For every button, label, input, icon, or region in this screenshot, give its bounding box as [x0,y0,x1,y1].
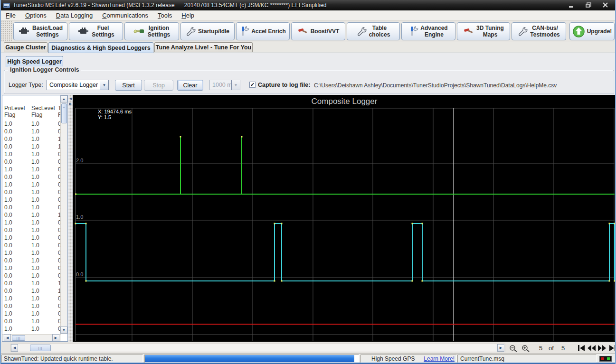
wrench-icon [186,26,196,37]
rewind-icon[interactable] [587,344,597,352]
table-row: 0.01.00 [4,257,61,264]
clear-button[interactable]: Clear [177,80,203,91]
table-row: 0.01.00 [4,128,61,135]
toolbar-button-fuel-settings[interactable]: FuelSettings [69,22,123,40]
table-horizontal-scrollbar[interactable]: ◀ ||| ▶ [2,334,61,341]
table-vertical-scrollbar[interactable]: ▲ ≡ ▼ [60,95,67,334]
table-row: 1.01.00 [4,219,61,226]
stop-button[interactable]: Stop [144,80,173,91]
capture-label: Capture to log file: [258,82,310,88]
toolbar-button-upgrade[interactable]: Upgrade! [569,22,615,40]
toolbar-button-label: Startup/Idle [198,28,229,35]
menu-data-logging[interactable]: Data Logging [51,11,97,20]
toolbar-button-boost-vvt[interactable]: Boost/VVT [291,22,345,40]
toolbar-button-label: CAN-bus/Testmodes [530,25,559,38]
zoom-in-icon[interactable] [521,344,531,353]
gps-label: High Speed GPS [371,355,415,362]
composite-logger-chart[interactable]: 2.01.00.0Composite LoggerX: 19474.6 msY:… [73,95,616,342]
table-row: 1.01.00 [4,295,61,302]
menu-tools[interactable]: Tools [153,11,177,20]
scroll-down-icon[interactable]: ▼ [60,327,67,334]
logger-type-value: Composite Logger [47,80,100,90]
scroll-up-icon[interactable]: ▲ [60,95,67,103]
table-row: 0.01.00 [4,302,61,310]
title-bar[interactable]: TunerStudio MS Lite! v2.6.19 - ShawnTune… [0,0,616,10]
toolbar-button-startup-idle[interactable]: Startup/Idle [180,22,235,40]
interval-value: 1000 ms [210,80,231,90]
chart-scroll-left-icon[interactable]: ◀ [11,344,18,352]
table-row: 1.01.00 [4,181,61,188]
table-column-header: PriLevelFlag [4,105,31,118]
status-bar: ShawnTuned: Updated quick runtime table.… [0,353,616,364]
table-row: 1.01.00 [4,196,61,204]
toolbar-button-table-choices[interactable]: Tablechoices [347,22,400,40]
table-row: 1.01.00 [4,310,61,317]
table-row: 0.01.01 [4,280,61,287]
h-scroll-thumb[interactable]: ||| [12,335,25,341]
menu-options[interactable]: Options [20,11,51,20]
table-row: 0.01.01 [4,135,61,143]
toolbar-button-accel-enrich[interactable]: Accel Enrich [236,22,290,40]
menu-bar: FileOptionsData LoggingCommunicationsToo… [1,10,615,21]
chevron-down-icon[interactable]: ▼ [100,80,108,90]
table-row: 0.01.01 [4,211,61,219]
group-title: Ignition Logger Controls [8,66,81,73]
table-row: 1.01.00 [4,264,61,272]
page-current: 5 [539,345,542,352]
scroll-left-icon[interactable]: ◀ [4,334,11,341]
content-panel: High Speed Logger Ignition Logger Contro… [1,53,615,353]
menu-file[interactable]: File [1,11,20,20]
toolbar-button-label: Tablechoices [369,25,390,38]
close-button[interactable] [599,1,612,9]
table-row: 0.01.00 [4,158,61,166]
svg-text:1.0: 1.0 [76,214,83,220]
chart-horizontal-scrollbar[interactable]: ◀ ||| ▶ [10,344,505,352]
start-button[interactable]: Start [115,80,142,91]
tab-high-speed-logger[interactable]: High Speed Logger [6,56,63,67]
capture-path: C:\Users\Deishawn Ashley\Documents\Tuner… [314,82,557,89]
collapse-left-icon[interactable]: ◀ [68,97,73,101]
fast-forward-icon[interactable] [597,344,607,352]
tab-gauge-cluster[interactable]: Gauge Cluster [4,42,47,52]
tools-icon [240,26,249,37]
split-pane-divider[interactable]: ◀ ▶ [68,95,73,342]
toolbar-button-can-bus-testmodes[interactable]: CAN-bus/Testmodes [512,22,566,40]
restore-button[interactable] [582,1,595,9]
table-row: 0.01.00 [4,317,61,325]
tab-diagnostics-high-speed-loggers[interactable]: Diagnostics & High Speed Loggers [48,42,153,53]
capture-checkbox[interactable]: ✓ [249,82,256,88]
table-row: 1.01.00 [4,166,61,173]
table-row: 0.01.00 [4,226,61,234]
first-page-icon[interactable] [577,344,586,352]
table-row: 0.01.00 [4,272,61,280]
minimize-button[interactable] [565,1,578,9]
logger-type-select[interactable]: Composite Logger ▼ [47,80,109,90]
scroll-right-icon[interactable]: ▶ [52,334,59,341]
zoom-out-icon[interactable] [508,344,519,353]
menu-communications[interactable]: Communications [97,11,153,20]
tab-tune-analyze-live[interactable]: Tune Analyze Live! - Tune For You [154,42,253,52]
interval-select[interactable]: 1000 ms ▼ [209,80,240,90]
table-row: 1.01.00 [4,150,61,158]
table-row: 1.01.00 [4,234,61,242]
learn-more-link[interactable]: Learn More! [424,355,455,362]
chart-scroll-thumb[interactable]: ||| [30,345,51,351]
last-page-icon[interactable] [608,344,616,352]
toolbar: Basic/LoadSettingsFuelSettingsIgnitionSe… [1,21,615,42]
toolbar-drag-handle[interactable] [1,21,12,42]
progress-fill [145,355,354,362]
v-scroll-thumb[interactable]: ≡ [61,103,67,123]
toolbar-button-label: IgnitionSettings [148,25,170,38]
main-tabs: Gauge ClusterDiagnostics & High Speed Lo… [1,42,615,53]
toolbar-button-label: 3D TuningMaps [476,25,504,38]
toolbar-button-label: FuelSettings [92,25,114,38]
toolbar-button-ignition-settings[interactable]: IgnitionSettings [124,22,179,40]
svg-text:Y: 1.5: Y: 1.5 [98,114,111,120]
menu-help[interactable]: Help [177,11,199,20]
chart-scroll-right-icon[interactable]: ▶ [497,344,504,352]
toolbar-button-3d-tuning-maps[interactable]: 3D TuningMaps [457,22,510,40]
expand-right-icon[interactable]: ▶ [68,102,73,106]
toolbar-button-advanced-engine[interactable]: AdvancedEngine [401,22,455,40]
sub-tab-label: High Speed Logger [7,58,62,65]
toolbar-button-basic-load-settings[interactable]: Basic/LoadSettings [13,22,67,40]
